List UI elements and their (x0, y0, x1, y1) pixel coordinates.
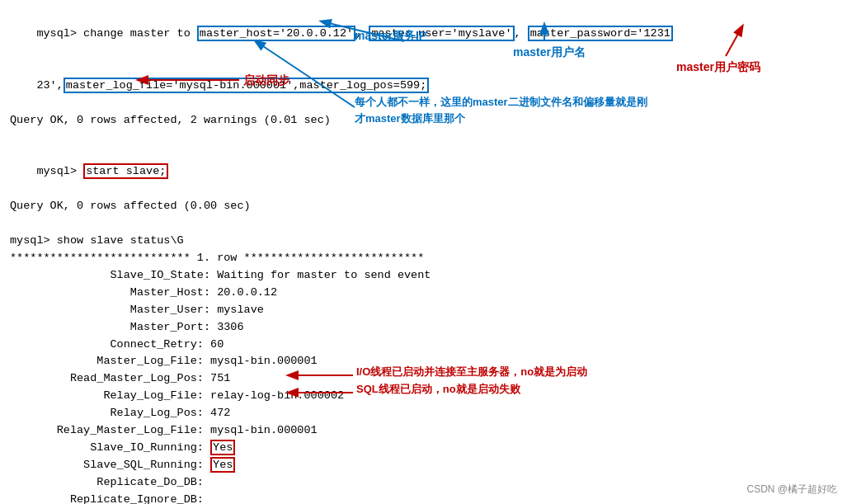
relay-log-pos-key: Relay_Log_Pos: (10, 405, 204, 422)
relay-master-log-file-row: Relay_Master_Log_File: mysql-bin.000001 (10, 422, 837, 440)
master-pwd-param-partial: master_password='1231 (528, 26, 673, 41)
slave-io-state-row: Slave_IO_State: Waiting for master to se… (10, 267, 837, 285)
master-port-key: Master_Port: (10, 319, 210, 337)
read-master-log-pos-row: Read_Master_Log_Pos: 751 (10, 370, 837, 388)
master-host-row: Master_Host: 20.0.0.12 (10, 285, 837, 302)
master-host-param: master_host='20.0.0.12' (197, 26, 355, 41)
relay-log-file-val: relay-log-bin.000002 (204, 389, 344, 402)
master-user-row: Master_User: myslave (10, 302, 837, 319)
relay-master-log-file-val: mysql-bin.000001 (204, 424, 318, 436)
cmd-show-slave: mysql> show slave status\G (10, 233, 837, 250)
relay-log-file-key: Relay_Log_File: (10, 388, 204, 405)
master-log-params: master_log_file='mysql-bin.000001',maste… (64, 78, 429, 93)
pwd-end: 23', (36, 79, 63, 92)
relay-log-file-row: Relay_Log_File: relay-log-bin.000002 (10, 388, 837, 405)
master-log-file-key: Master_Log_File: (10, 353, 204, 370)
terminal-window: mysql> change master to master_host='20.… (0, 0, 847, 504)
connect-retry-row: Connect_Retry: 60 (10, 337, 837, 354)
master-log-file-row: Master_Log_File: mysql-bin.000001 (10, 353, 837, 370)
slave-io-running-row: Slave_IO_Running: Yes (10, 440, 837, 457)
slave-io-state-val: Waiting for master to send event (210, 269, 431, 281)
slave-io-running-key: Slave_IO_Running: (10, 440, 204, 457)
comma-2: , (515, 27, 528, 40)
master-host-val: 20.0.0.12 (210, 286, 277, 299)
blank-1 (10, 129, 837, 146)
slave-io-running-val: Yes (210, 440, 235, 455)
master-port-row: Master_Port: 3306 (10, 319, 837, 337)
read-master-log-pos-key: Read_Master_Log_Pos: (10, 370, 204, 388)
slave-sql-running-key: Slave_SQL_Running: (10, 457, 204, 474)
replicate-do-db-row: Replicate_Do_DB: (10, 474, 837, 492)
separator-line: *************************** 1. row *****… (10, 250, 837, 267)
start-slave-cmd: start slave; (83, 163, 168, 179)
master-log-file-val: mysql-bin.000001 (204, 355, 318, 367)
connect-retry-key: Connect_Retry: (10, 337, 204, 354)
slave-io-state-key: Slave_IO_State: (10, 267, 210, 285)
query-ok-1: Query OK, 0 rows affected, 2 warnings (0… (10, 112, 837, 130)
prompt-1: mysql> change master to (36, 27, 196, 40)
slave-sql-running-val: Yes (210, 457, 235, 473)
slave-sql-running-row: Slave_SQL_Running: Yes (10, 457, 837, 474)
query-ok-2: Query OK, 0 rows affected (0.00 sec) (10, 198, 837, 215)
csdn-watermark: CSDN @橘子超好吃 (746, 482, 837, 497)
master-port-val: 3306 (210, 321, 244, 333)
relay-log-pos-row: Relay_Log_Pos: 472 (10, 405, 837, 422)
master-host-key: Master_Host: (10, 285, 210, 302)
replicate-do-db-key: Replicate_Do_DB: (10, 474, 204, 492)
master-user-key: Master_User: (10, 302, 210, 319)
blank-2 (10, 215, 837, 233)
master-user-val: myslave (210, 304, 264, 316)
relay-log-pos-val: 472 (204, 407, 230, 419)
replicate-ignore-db-key: Replicate_Ignore_DB: (10, 492, 204, 504)
cmd-start-slave: mysql> start slave; (10, 146, 837, 198)
cmd-line-1: mysql> change master to master_host='20.… (10, 8, 837, 60)
connect-retry-val: 60 (204, 338, 224, 351)
master-user-param: master_user='myslave' (369, 26, 514, 41)
relay-master-log-file-key: Relay_Master_Log_File: (10, 422, 204, 440)
read-master-log-pos-val: 751 (204, 372, 230, 384)
cmd-line-2: 23',master_log_file='mysql-bin.000001',m… (10, 60, 837, 112)
prompt-2: mysql> (36, 165, 83, 177)
replicate-ignore-db-row: Replicate_Ignore_DB: (10, 492, 837, 504)
comma-1: , (355, 27, 369, 40)
